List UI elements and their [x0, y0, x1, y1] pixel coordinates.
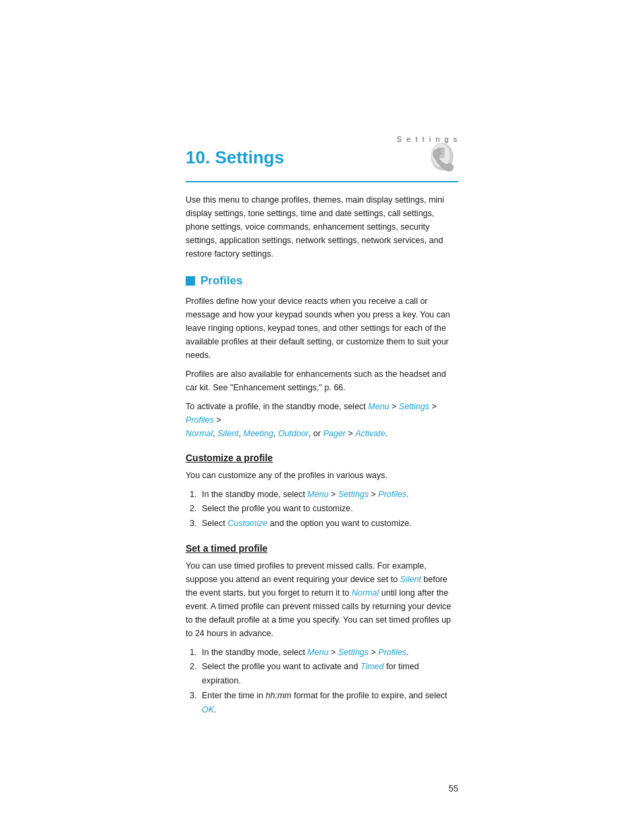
timed-step1-gt1: > [329, 648, 338, 657]
profiles-para3-menu: Menu [368, 402, 389, 411]
timed-intro: You can use timed profiles to prevent mi… [186, 559, 458, 640]
timed-step1-period: . [406, 648, 408, 657]
customize-step3-suffix: and the option you want to customize. [267, 519, 411, 528]
profiles-para3-prefix: To activate a profile, in the standby mo… [186, 402, 368, 411]
timed-subsection-title: Set a timed profile [186, 543, 458, 554]
timed-step1-settings: Settings [338, 648, 369, 657]
timed-step1-menu: Menu [307, 648, 328, 657]
profiles-title: Profiles [200, 274, 242, 288]
timed-step2-timed: Timed [360, 662, 384, 671]
chapter-title-text: Settings [215, 147, 284, 167]
timed-step1-profiles: Profiles [378, 648, 406, 657]
customize-step1-profiles: Profiles [378, 490, 406, 499]
timed-step-3: Enter the time in hh:mm format for the p… [199, 689, 458, 718]
chapter-title: 10. Settings [186, 147, 284, 168]
timed-step3-period: . [214, 705, 216, 714]
customize-step-1: In the standby mode, select Menu > Setti… [199, 488, 458, 502]
profiles-para3: To activate a profile, in the standby mo… [186, 400, 458, 440]
profiles-para3-gt2: > [429, 402, 437, 411]
timed-step1-gt2: > [369, 648, 378, 657]
profiles-para3-gt3: > [214, 415, 221, 425]
profiles-para3-settings: Settings [399, 402, 429, 411]
profiles-para3-comma3: , [273, 429, 278, 438]
timed-step-2: Select the profile you want to activate … [199, 660, 458, 689]
profiles-para3-gt4: > [346, 429, 355, 438]
customize-step1-prefix: In the standby mode, select [202, 490, 307, 499]
timed-step3-ok: OK [202, 705, 214, 714]
timed-step-1: In the standby mode, select Menu > Setti… [199, 646, 458, 660]
profiles-para3-normal: Normal [186, 429, 213, 438]
profiles-para2: Profiles are also available for enhancem… [186, 367, 458, 394]
chapter-number: 10. [186, 147, 210, 167]
profiles-para3-or: , or [308, 429, 323, 438]
profiles-para3-outdoor: Outdoor [278, 429, 308, 438]
section-header-label: S e t t i n g s [186, 135, 458, 143]
customize-intro: You can customize any of the profiles in… [186, 469, 458, 482]
timed-step3-format: hh:mm [266, 691, 292, 700]
settings-icon [423, 142, 458, 177]
profiles-para3-pager: Pager [323, 429, 346, 438]
page-number: 55 [449, 783, 458, 793]
customize-step2-text: Select the profile you want to customize… [202, 504, 353, 513]
customize-subsection-title: Customize a profile [186, 452, 458, 463]
profiles-para3-meeting: Meeting [243, 429, 273, 438]
customize-step1-settings: Settings [338, 490, 369, 499]
chapter-header: 10. Settings [186, 147, 458, 182]
timed-intro-prefix: You can use timed profiles to prevent mi… [186, 561, 427, 584]
intro-paragraph: Use this menu to change profiles, themes… [186, 193, 458, 261]
customize-step3-prefix: Select [202, 519, 227, 528]
customize-step-2: Select the profile you want to customize… [199, 502, 458, 516]
customize-steps-list: In the standby mode, select Menu > Setti… [199, 488, 458, 531]
customize-step1-gt2: > [369, 490, 378, 499]
profiles-para3-profiles: Profiles [186, 415, 214, 425]
customize-step-3: Select Customize and the option you want… [199, 517, 458, 531]
timed-step1-prefix: In the standby mode, select [202, 648, 307, 657]
customize-step1-gt1: > [329, 490, 338, 499]
timed-steps-list: In the standby mode, select Menu > Setti… [199, 646, 458, 717]
profiles-para3-activate: Activate [355, 429, 385, 438]
page: S e t t i n g s 10. Settings Use this me… [0, 0, 644, 834]
profiles-para3-period: . [385, 429, 387, 438]
profiles-section-header: Profiles [186, 274, 458, 288]
customize-step1-period: . [406, 490, 408, 499]
customize-step3-customize: Customize [227, 519, 267, 528]
timed-step3-prefix: Enter the time in [202, 691, 266, 700]
content-area: S e t t i n g s 10. Settings Use this me… [0, 0, 644, 777]
profiles-para1: Profiles define how your device reacts w… [186, 294, 458, 362]
timed-intro-silent: Silent [400, 575, 421, 584]
customize-step1-menu: Menu [307, 490, 328, 499]
svg-rect-3 [438, 149, 444, 150]
profiles-para3-gt1: > [390, 402, 399, 411]
section-square-icon [186, 276, 195, 286]
timed-step3-mid: format for the profile to expire, and se… [292, 691, 448, 700]
timed-step2-prefix: Select the profile you want to activate … [202, 662, 360, 671]
profiles-para3-silent: Silent [217, 429, 238, 438]
timed-intro-normal: Normal [352, 588, 379, 598]
